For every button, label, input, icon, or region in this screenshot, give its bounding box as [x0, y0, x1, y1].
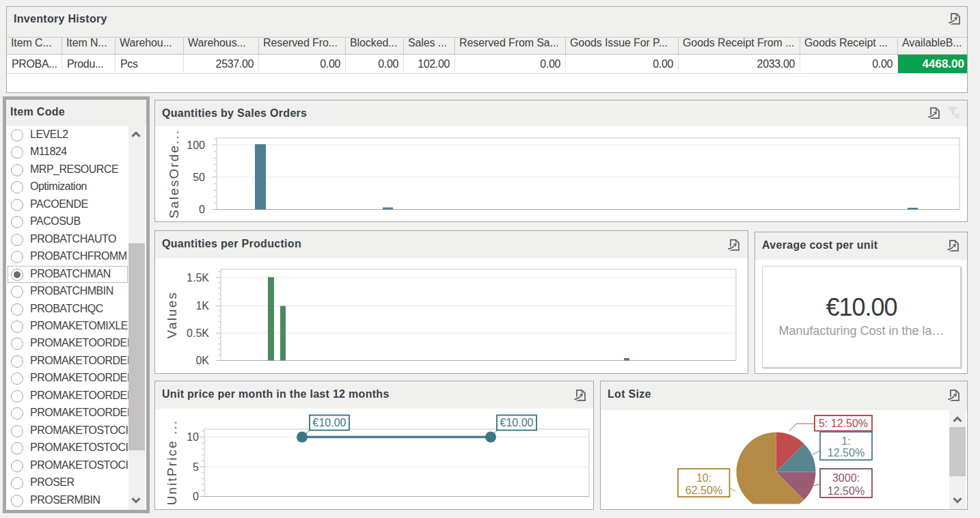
svg-text:0.5K: 0.5K [187, 327, 209, 339]
svg-text:1.5K: 1.5K [187, 272, 209, 284]
svg-text:SalesOrde...: SalesOrde... [167, 129, 181, 219]
svg-text:12.50%: 12.50% [828, 447, 865, 459]
svg-text:€10.00: €10.00 [500, 417, 534, 428]
svg-text:UnitPrice ...: UnitPrice ... [165, 420, 179, 506]
svg-text:62.50%: 62.50% [685, 485, 722, 496]
svg-text:1:: 1: [841, 435, 850, 447]
svg-text:0K: 0K [195, 355, 209, 366]
svg-text:50: 50 [193, 172, 205, 183]
svg-text:0: 0 [193, 491, 199, 502]
svg-text:Values: Values [165, 291, 179, 338]
svg-text:10:: 10: [696, 472, 711, 484]
svg-text:12.50%: 12.50% [828, 485, 865, 497]
svg-text:€10.00: €10.00 [313, 417, 346, 428]
svg-text:0: 0 [199, 204, 205, 215]
svg-text:10: 10 [187, 431, 199, 443]
svg-text:1K: 1K [195, 300, 209, 312]
svg-text:5: 5 [193, 461, 199, 473]
svg-text:5: 12.50%: 5: 12.50% [819, 418, 868, 429]
svg-text:3000:: 3000: [832, 472, 860, 484]
svg-text:100: 100 [187, 139, 205, 151]
